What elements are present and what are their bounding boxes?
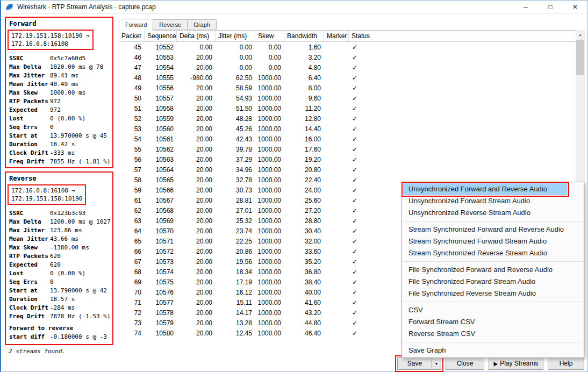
window-title: Wireshark · RTP Stream Analysis · captur… [17,3,156,11]
menu-item-csv[interactable]: CSV [402,304,584,316]
packet-cell: 45 [119,42,145,53]
sequence-cell: 10554 [145,63,177,73]
menu-item-reverse-stream-csv[interactable]: Reverse Stream CSV [402,328,584,340]
table-row[interactable]: 571056420.0034.961000.0020.80✓ [119,165,576,175]
menu-item-file-synchronized-forward-stream-audio[interactable]: File Synchronized Forward Stream Audio [402,276,584,288]
packet-cell: 51 [119,104,145,114]
column-header-delta[interactable]: Delta (ms) [177,31,216,41]
marker-cell [324,328,349,339]
status-cell: ✓ [349,277,403,288]
table-row[interactable]: 561056320.0037.291000.0019.20✓ [119,155,576,165]
packet-cell: 46 [119,53,145,63]
menu-item-forward-stream-csv[interactable]: Forward Stream CSV [402,316,584,328]
column-header-sequence[interactable]: Sequence [145,31,177,41]
stat-label: Lost [9,269,50,278]
bandwidth-cell: 19.20 [284,155,324,165]
minimize-button[interactable]: ─ [513,1,538,13]
skew-cell: 0.00 [255,53,284,63]
table-row[interactable]: 471055420.000.000.004.80✓ [119,63,576,73]
packet-cell: 65 [119,237,145,247]
stat-label: Clock Drift [9,149,50,158]
maximize-button[interactable]: □ [538,1,563,13]
table-row[interactable]: 461055320.000.000.003.20✓ [119,53,576,63]
table-row[interactable]: 4810555-980.0062.501000.006.40✓ [119,73,576,83]
marker-cell [324,114,349,124]
skew-cell: 0.00 [255,42,284,53]
marker-cell [324,165,349,175]
bandwidth-cell: 41.60 [284,298,324,308]
menu-item-stream-synchronized-reverse-stream-audio[interactable]: Stream Synchronized Reverse Stream Audio [402,247,584,259]
delta-cell: 20.00 [177,104,216,114]
stat-value: 0 [50,124,54,131]
stat-row: Start at13.790000 s @ 42 [9,287,112,295]
jitter-cell: 28.81 [216,196,255,206]
stat-label: Seq Errs [9,123,50,132]
reverse-panel-title: Reverse [6,173,112,182]
delta-cell: 20.00 [177,226,216,237]
column-header-packet[interactable]: Packet [119,31,145,41]
jitter-cell: 27.01 [216,206,255,216]
column-header-marker[interactable]: Marker [324,31,349,41]
bandwidth-cell: 9.60 [284,94,324,104]
stat-row: Duration18.42 s [9,140,112,149]
packet-cell: 55 [119,145,145,155]
delta-cell: 20.00 [177,318,216,328]
status-cell: ✓ [349,124,403,134]
save-button[interactable]: Save ▼ [397,357,441,370]
bandwidth-cell: 33.60 [284,247,324,257]
menu-item-stream-synchronized-forward-stream-audio[interactable]: Stream Synchronized Forward Stream Audio [402,235,584,247]
column-header-status[interactable]: Status [349,31,576,41]
menu-item-save-graph[interactable]: Save Graph [402,345,584,356]
play-streams-button[interactable]: ▶Play Streams [489,357,543,370]
table-row[interactable]: 521055920.0048.281000.0012.80✓ [119,114,576,124]
stat-row: Freq Drift7878 Hz (-1.53 %) [9,312,112,321]
column-header-bandwidth[interactable]: Bandwidth [284,31,324,41]
stat-value: 1020.00 ms @ 78 [50,63,103,70]
sequence-cell: 10579 [145,318,177,328]
skew-cell: 1000.00 [255,114,284,124]
skew-cell: 1000.00 [255,185,284,196]
menu-item-file-synchronized-reverse-stream-audio[interactable]: File Synchronized Reverse Stream Audio [402,288,584,299]
scrollbar-up-icon[interactable]: ▲ [576,30,585,39]
menu-item-unsynchronized-reverse-stream-audio[interactable]: Unsynchronized Reverse Stream Audio [402,207,584,219]
bandwidth-cell: 17.60 [284,145,324,155]
tab-reverse[interactable]: Reverse [153,19,188,30]
close-button[interactable]: Close [446,357,484,370]
skew-cell: 1000.00 [255,83,284,94]
sequence-cell: 10563 [145,155,177,165]
menu-item-stream-synchronized-forward-and-reverse-audio[interactable]: Stream Synchronized Forward and Reverse … [402,224,584,235]
stat-value: 13.790000 s @ 42 [50,287,107,294]
table-row[interactable]: 45105520.000.000.001.60✓ [119,42,576,53]
skew-cell: 1000.00 [255,94,284,104]
table-row[interactable]: 541056120.0042.431000.0016.00✓ [119,134,576,145]
table-row[interactable]: 511055820.0051.501000.0011.20✓ [119,104,576,114]
packet-cell: 62 [119,206,145,216]
save-dropdown-arrow-icon[interactable]: ▼ [432,358,441,369]
menu-separator [403,302,583,302]
sequence-cell: 10569 [145,216,177,226]
marker-cell [324,124,349,134]
table-row[interactable]: 491055620.0058.591000.008.00✓ [119,83,576,94]
bandwidth-cell: 6.40 [284,73,324,83]
sequence-cell: 10561 [145,134,177,145]
tab-forward[interactable]: Forward [119,19,153,31]
packet-cell: 73 [119,318,145,328]
marker-cell [324,145,349,155]
menu-item-unsynchronized-forward-and-reverse-audio[interactable]: Unsynchronized Forward and Reverse Audio [403,183,568,195]
scrollbar-thumb[interactable] [576,40,584,75]
stat-value: 13.970000 s @ 45 [50,132,107,139]
help-button[interactable]: Help [548,357,584,370]
stream-tabbar: Forward Reverse Graph [119,19,216,30]
menu-item-file-synchronized-forward-and-reverse-audio[interactable]: File Synchronized Forward and Reverse Au… [402,264,584,276]
tab-graph[interactable]: Graph [187,19,217,30]
table-row[interactable]: 501055720.0054.931000.009.60✓ [119,94,576,104]
stat-row: Clock Drift-284 ms [9,304,112,312]
close-window-button[interactable]: ✕ [563,1,587,13]
table-row[interactable]: 551056220.0039.781000.0017.60✓ [119,145,576,155]
marker-cell [324,216,349,226]
packet-cell: 52 [119,114,145,124]
table-row[interactable]: 531056020.0045.261000.0014.40✓ [119,124,576,134]
column-header-skew[interactable]: Skew [255,31,284,41]
menu-item-unsynchronized-forward-stream-audio[interactable]: Unsynchronized Forward Stream Audio [402,195,584,207]
column-header-jitter[interactable]: Jitter (ms) [216,31,255,41]
